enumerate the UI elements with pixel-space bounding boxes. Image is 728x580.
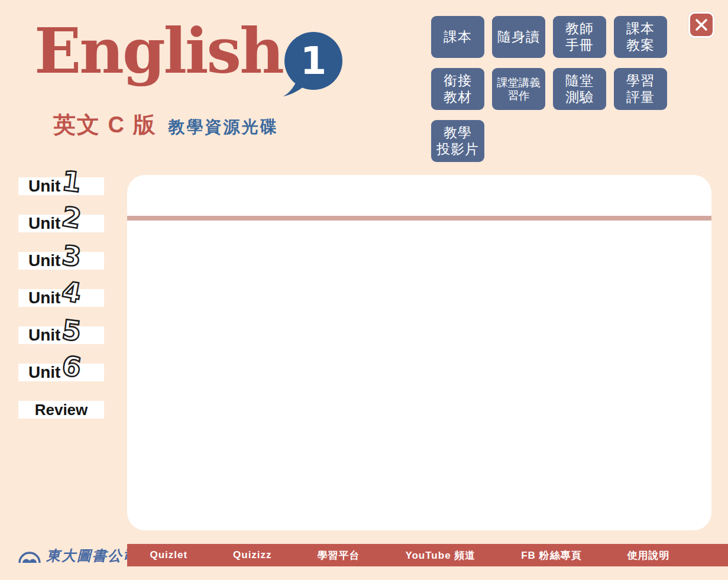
button-label: 教師 [565, 21, 594, 37]
review-label: Review [35, 401, 88, 419]
button-label: 銜接 [444, 73, 472, 89]
unit-word: Unit [18, 177, 60, 196]
unit-word: Unit [18, 214, 60, 233]
sidebar-item-review[interactable]: Review [18, 401, 104, 419]
button-label: 課堂講義 [497, 76, 541, 89]
unit-number: 2 [60, 203, 84, 233]
sidebar-item-unit-6[interactable]: Unit 6 [18, 364, 104, 381]
content-panel [127, 175, 711, 530]
button-label: 評量 [626, 89, 655, 105]
footer-link-quizizz[interactable]: Quizizz [233, 549, 272, 561]
button-class-handout-workbook[interactable]: 課堂講義 習作 [492, 68, 545, 110]
unit-word: Unit [18, 326, 60, 345]
button-label: 測驗 [565, 89, 594, 105]
sidebar-item-unit-1[interactable]: Unit 1 [18, 177, 104, 195]
sidebar-item-unit-5[interactable]: Unit 5 [18, 326, 104, 344]
button-label: 隨身讀 [497, 29, 540, 45]
button-label: 課本 [444, 29, 472, 45]
publisher-arch-icon [18, 547, 41, 565]
footer-link-bar: Quizlet Quizizz 學習平台 YouTube 頻道 FB 粉絲專頁 … [127, 544, 728, 566]
unit-word: Unit [18, 363, 60, 382]
button-teaching-slides[interactable]: 教學 投影片 [431, 120, 484, 162]
logo-subtitle-row: 英文 C 版 教學資源光碟 [53, 110, 279, 140]
unit-number: 1 [61, 167, 83, 196]
volume-badge: 1 [282, 31, 344, 97]
button-label: 投影片 [436, 141, 479, 157]
close-icon [695, 18, 708, 31]
sidebar-item-unit-2[interactable]: Unit 2 [18, 215, 104, 232]
footer-link-user-guide[interactable]: 使用說明 [627, 549, 670, 562]
unit-number: 6 [60, 352, 84, 382]
footer-link-fb-fanpage[interactable]: FB 粉絲專頁 [521, 549, 581, 562]
content-divider [127, 216, 711, 221]
app-title: English [34, 18, 283, 85]
disc-subtitle: 教學資源光碟 [169, 116, 279, 138]
footer-link-learning-platform[interactable]: 學習平台 [318, 549, 360, 562]
button-bridging-material[interactable]: 銜接 教材 [431, 68, 484, 110]
unit-word: Unit [18, 289, 60, 307]
unit-number: 4 [60, 277, 84, 307]
button-label: 手冊 [565, 37, 594, 53]
volume-number: 1 [300, 39, 327, 83]
footer-link-youtube-channel[interactable]: YouTube 頻道 [405, 549, 475, 562]
button-label: 教案 [626, 37, 655, 53]
unit-number: 3 [61, 241, 83, 271]
button-textbook-lesson-plan[interactable]: 課本 教案 [614, 16, 667, 58]
edition-label: 英文 C 版 [53, 110, 157, 140]
publisher-logo: 東大圖書公司 [18, 545, 138, 567]
sidebar-item-unit-4[interactable]: Unit 4 [18, 289, 104, 307]
resource-button-grid: 課本 隨身讀 教師 手冊 課本 教案 銜接 教材 課堂講義 習作 隨堂 測驗 學… [431, 16, 667, 162]
button-label: 教材 [444, 89, 472, 105]
button-label: 習作 [508, 89, 530, 102]
speech-bubble-icon: 1 [282, 31, 344, 97]
unit-number: 5 [61, 316, 83, 345]
button-pocket-reader[interactable]: 隨身讀 [492, 16, 545, 58]
close-button[interactable] [688, 12, 714, 38]
unit-word: Unit [18, 251, 60, 270]
button-label: 學習 [626, 73, 655, 89]
button-learning-assessment[interactable]: 學習 評量 [614, 68, 667, 110]
footer-link-quizlet[interactable]: Quizlet [150, 549, 187, 561]
button-teacher-manual[interactable]: 教師 手冊 [553, 16, 606, 58]
unit-sidebar: Unit 1 Unit 2 Unit 3 Unit 4 Unit 5 Unit … [18, 177, 113, 438]
button-label: 教學 [444, 125, 472, 141]
button-label: 隨堂 [565, 73, 594, 89]
button-textbook[interactable]: 課本 [431, 16, 484, 58]
button-quiz[interactable]: 隨堂 測驗 [553, 68, 606, 110]
button-label: 課本 [626, 21, 655, 37]
sidebar-item-unit-3[interactable]: Unit 3 [18, 252, 104, 270]
publisher-name: 東大圖書公司 [46, 546, 138, 565]
